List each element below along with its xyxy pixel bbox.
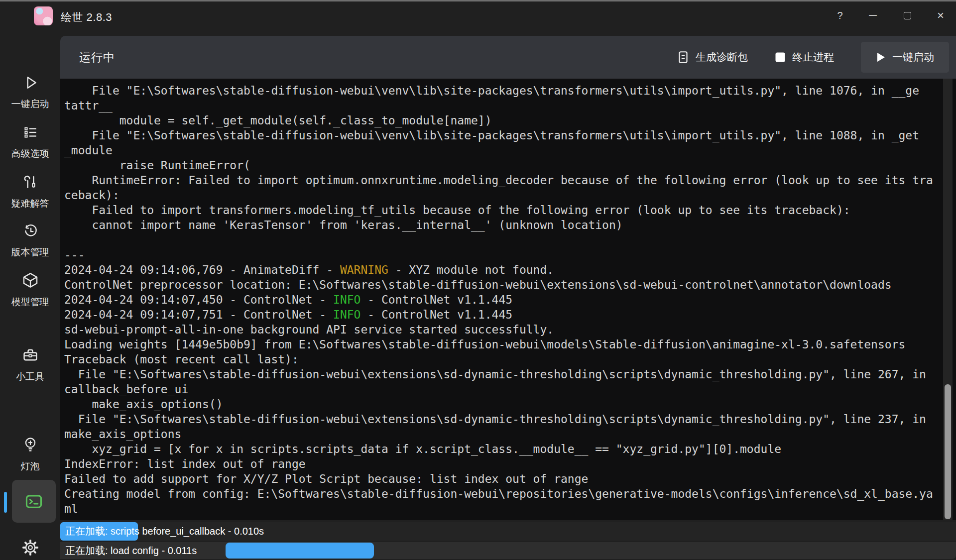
main-header: 运行中 生成诊断包 终止进程 一键启动 <box>60 36 956 79</box>
console-line: RuntimeError: Failed to import optimum.o… <box>64 173 956 188</box>
play-icon <box>876 52 886 63</box>
console-line: ControlNet preprocessor location: E:\Sof… <box>64 277 956 292</box>
app-title: 绘世 2.8.3 <box>61 10 112 25</box>
console-line: Failed to add support for X/Y/Z Plot Scr… <box>64 471 956 486</box>
progress-bar-load-config: 正在加载: load config - 0.011s <box>60 542 956 559</box>
close-icon: × <box>937 8 944 22</box>
document-icon <box>677 50 689 64</box>
sidebar-item-advanced-options[interactable]: 高级选项 <box>0 124 60 160</box>
sidebar-item-label: 灯泡 <box>21 460 40 473</box>
app-window: 绘世 2.8.3 ? ─ × 一键启动 <box>0 0 956 560</box>
one-click-launch-button[interactable]: 一键启动 <box>861 42 949 73</box>
title-bar: 绘世 2.8.3 ? ─ × <box>0 1 956 31</box>
sidebar-item-models[interactable]: 模型管理 <box>0 272 60 309</box>
console-scrollbar-thumb[interactable] <box>945 384 951 519</box>
play-icon <box>22 75 38 91</box>
console-line: Traceback (most recent call last): <box>64 352 956 367</box>
console-line: File "E:\Softwares\stable-diffusion-webu… <box>64 83 956 98</box>
one-click-launch-label: 一键启动 <box>892 50 934 64</box>
box-icon <box>22 272 39 289</box>
console-line: ml <box>64 501 956 516</box>
console-line: raise RuntimeError( <box>64 158 956 173</box>
console-line: module = self._get_module(self._class_to… <box>64 113 956 128</box>
terminate-process-label: 终止进程 <box>792 50 834 64</box>
list-icon <box>22 124 38 140</box>
tools-icon <box>22 174 38 190</box>
minimize-button[interactable]: ─ <box>861 4 885 26</box>
progress-fill <box>226 543 374 559</box>
generate-diagnostic-button[interactable]: 生成诊断包 <box>677 50 748 64</box>
sidebar: 一键启动 高级选项 疑难解答 <box>0 31 60 560</box>
console-line: Loading weights [1449e5b0b9] from E:\Sof… <box>64 337 956 352</box>
console-line: IndexError: list index out of range <box>64 456 956 471</box>
selected-indicator <box>4 492 7 513</box>
history-icon <box>22 223 38 239</box>
sidebar-item-console-selected[interactable] <box>12 480 56 523</box>
sidebar-item-bulb[interactable]: 灯泡 <box>0 436 60 473</box>
stop-icon <box>775 52 786 63</box>
terminate-process-button[interactable]: 终止进程 <box>775 50 834 64</box>
header-actions: 生成诊断包 终止进程 一键启动 <box>677 42 949 73</box>
toolbox-icon <box>22 346 39 363</box>
console-line: File "E:\Softwares\stable-diffusion-webu… <box>64 412 956 427</box>
sidebar-item-label: 高级选项 <box>11 147 49 160</box>
console-line: Creating model from config: E:\Softwares… <box>64 486 956 501</box>
console-line: Failed to import transformers.modeling_t… <box>64 203 956 218</box>
run-status: 运行中 <box>79 50 115 65</box>
console-line: --- <box>64 247 956 262</box>
gear-icon <box>22 539 39 556</box>
maximize-button[interactable] <box>895 4 919 26</box>
close-button[interactable]: × <box>929 4 953 26</box>
console-line: File "E:\Softwares\stable-diffusion-webu… <box>64 128 956 143</box>
help-icon: ? <box>837 10 842 21</box>
console-line: tattr__ <box>64 98 956 113</box>
sidebar-item-label: 一键启动 <box>11 98 49 111</box>
sidebar-item-label: 小工具 <box>16 370 44 383</box>
console-line: sd-webui-prompt-all-in-one background AP… <box>64 322 956 337</box>
console-line: callback_before_ui <box>64 382 956 397</box>
console-line: make_axis_options <box>64 427 956 442</box>
minimize-icon: ─ <box>869 9 877 22</box>
console-line: _module <box>64 143 956 158</box>
console-output[interactable]: File "E:\Softwares\stable-diffusion-webu… <box>60 79 956 520</box>
console-line: 2024-04-24 09:14:07,450 - ControlNet - I… <box>64 292 956 307</box>
sidebar-item-launch[interactable]: 一键启动 <box>0 75 60 111</box>
generate-diagnostic-label: 生成诊断包 <box>696 50 748 64</box>
app-avatar <box>34 6 53 25</box>
sidebar-item-settings[interactable]: 设置 <box>0 539 60 560</box>
progress-bar-scripts: 正在加载: scripts before_ui_callback - 0.010… <box>60 522 956 541</box>
progress-label: 正在加载: load config - 0.011s <box>65 542 197 559</box>
console-line: ceback): <box>64 188 956 203</box>
sidebar-item-troubleshoot[interactable]: 疑难解答 <box>0 174 60 210</box>
terminal-icon <box>24 493 43 510</box>
console-line: File "E:\Softwares\stable-diffusion-webu… <box>64 367 956 382</box>
console-line: 2024-04-24 09:14:06,769 - AnimateDiff - … <box>64 262 956 277</box>
console-line: cannot import name 'KerasTensor' from 'k… <box>64 218 956 232</box>
console-line: make_axis_options() <box>64 397 956 412</box>
maximize-icon <box>904 12 911 19</box>
progress-label: 正在加载: scripts before_ui_callback - 0.010… <box>65 522 264 541</box>
sidebar-item-label: 疑难解答 <box>11 197 49 210</box>
sidebar-item-version[interactable]: 版本管理 <box>0 223 60 259</box>
bulb-icon <box>22 436 39 453</box>
console-line <box>64 232 956 247</box>
console-line: xyz_grid = [x for x in scripts.scripts_d… <box>64 442 956 456</box>
sidebar-item-label: 版本管理 <box>11 246 49 259</box>
sidebar-item-label: 模型管理 <box>11 296 49 309</box>
console-line: 2024-04-24 09:14:07,751 - ControlNet - I… <box>64 307 956 322</box>
sidebar-item-tools[interactable]: 小工具 <box>0 346 60 383</box>
help-button[interactable]: ? <box>828 4 852 26</box>
